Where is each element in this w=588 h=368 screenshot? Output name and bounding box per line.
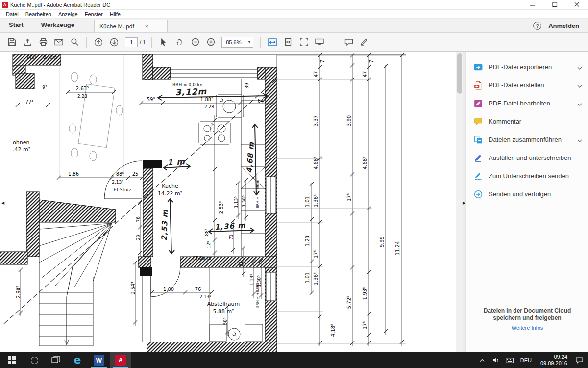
plan-text: 77³ — [25, 99, 34, 105]
select-tool-button[interactable] — [156, 35, 172, 50]
fill-sign-icon — [474, 154, 483, 162]
plan-text: 71 — [229, 234, 234, 239]
highlight-pen-button[interactable] — [357, 35, 372, 50]
plan-text: 1.13⁵ — [234, 196, 239, 208]
plan-text: 1.36⁵ — [313, 194, 318, 207]
next-page-button[interactable] — [106, 35, 122, 50]
title-bar: A Küche M..pdf - Adobe Acrobat Reader DC — [0, 0, 588, 10]
panel-item-send-for-signature[interactable]: Zum Unterschreiben senden — [466, 167, 588, 185]
task-view-button[interactable] — [45, 352, 67, 368]
zoom-out-button[interactable] — [187, 35, 203, 50]
tab-close-icon[interactable]: × — [145, 23, 148, 30]
menu-datei[interactable]: Datei — [3, 10, 22, 18]
plan-text: 23 — [136, 235, 141, 240]
fit-window-button[interactable] — [265, 35, 280, 50]
panel-item-send-track[interactable]: Senden und verfolgen — [466, 185, 588, 203]
plan-text: 59⁸ — [147, 97, 155, 102]
menu-fenster[interactable]: Fenster — [82, 10, 106, 18]
search-icon[interactable] — [67, 35, 82, 50]
cortana-search-button[interactable] — [24, 352, 45, 368]
chevron-down-icon[interactable] — [577, 99, 582, 108]
edge-taskbar-button[interactable]: e — [67, 352, 88, 368]
plan-text: 17⁵ — [362, 321, 368, 330]
plan-text: 9.99 — [379, 237, 385, 247]
email-button[interactable] — [51, 35, 67, 50]
zoom-dropdown-caret[interactable]: ▼ — [245, 37, 253, 47]
word-taskbar-button[interactable]: W — [88, 352, 110, 368]
hand-tool-button[interactable] — [172, 35, 187, 50]
zoom-in-button[interactable] — [203, 35, 219, 50]
fit-width-button[interactable] — [280, 35, 296, 50]
plan-text: 2.64⁴ — [130, 282, 136, 294]
menu-hilfe[interactable]: Hilfe — [107, 10, 123, 18]
plan-text: 1.38⁵ — [242, 195, 246, 207]
tools-panel: PDF-Datei exportieren PDF-Datei erstelle… — [466, 52, 588, 352]
plan-text: 1.01 — [305, 272, 310, 283]
reading-mode-button[interactable] — [312, 35, 327, 50]
panel-item-label: PDF-Datei erstellen — [489, 81, 577, 89]
scrollbar-thumb[interactable] — [457, 53, 462, 94]
weitere-infos-link[interactable]: Weitere Infos — [512, 325, 543, 331]
plan-text: 17⁵ — [346, 193, 352, 202]
start-button[interactable] — [0, 352, 24, 368]
panel-item-comment[interactable]: Kommentar — [466, 112, 588, 131]
touch-keyboard-icon[interactable] — [504, 352, 515, 368]
plan-text: 7 — [320, 60, 325, 63]
volume-icon[interactable] — [490, 352, 502, 368]
handwritten-annotation: 2,53 m — [160, 209, 170, 241]
upload-share-button[interactable] — [20, 35, 35, 50]
anmelden-link[interactable]: Anmelden — [548, 22, 579, 29]
handwritten-annotation: 3,12m — [175, 86, 207, 97]
edit-pdf-icon — [474, 99, 483, 108]
clock[interactable]: 09:24 09.09.2016 — [537, 354, 571, 367]
plan-text: 17⁵ — [313, 250, 318, 259]
maximize-button[interactable] — [544, 0, 566, 9]
task-view-icon — [51, 356, 60, 364]
tab-start[interactable]: Start — [0, 21, 32, 32]
panel-item-export-pdf[interactable]: PDF-Datei exportieren — [466, 58, 588, 76]
plan-text: 64⁵ — [258, 98, 266, 104]
plan-text: 47 — [313, 71, 318, 78]
panel-item-edit-pdf[interactable]: PDF-Datei bearbeiten — [466, 94, 588, 112]
panel-item-label: Senden und verfolgen — [489, 190, 582, 198]
fullscreen-button[interactable] — [296, 35, 312, 50]
language-indicator[interactable]: DEU — [517, 352, 535, 368]
combine-files-icon — [474, 135, 483, 144]
plan-text: 1.23 — [305, 236, 310, 246]
help-icon[interactable]: ? — [533, 22, 541, 30]
tab-document[interactable]: Küche M..pdf × — [94, 20, 168, 32]
chevron-down-icon[interactable] — [577, 81, 582, 90]
comment-icon — [474, 117, 483, 126]
comment-tool-button[interactable] — [341, 35, 357, 50]
panel-item-fill-sign[interactable]: Ausfüllen und unterschreiben — [466, 149, 588, 167]
left-pane-collapse-arrow[interactable]: ◀ — [0, 196, 6, 209]
plan-text: 1.88⁵ — [200, 97, 213, 102]
print-button[interactable] — [35, 35, 51, 50]
panel-item-create-pdf[interactable]: PDF-Datei erstellen — [466, 76, 588, 94]
close-button[interactable] — [566, 0, 588, 9]
save-button[interactable] — [4, 35, 20, 50]
menu-anzeige[interactable]: Anzeige — [55, 10, 81, 18]
plan-text: BRH = +0,895m — [256, 180, 260, 208]
edge-icon: e — [74, 355, 81, 366]
action-center-icon[interactable] — [573, 352, 585, 368]
page-number-input[interactable] — [125, 37, 138, 47]
tab-werkzeuge[interactable]: Werkzeuge — [32, 21, 83, 32]
minimize-button[interactable] — [522, 0, 544, 9]
plan-text: 1.00 — [163, 287, 174, 292]
chevron-down-icon[interactable] — [577, 135, 582, 144]
previous-page-button[interactable] — [91, 35, 106, 50]
handwritten-annotation: 1 m — [167, 157, 186, 167]
acrobat-taskbar-button[interactable]: A — [110, 352, 131, 368]
hidden-icons-chevron[interactable] — [476, 352, 488, 368]
plan-text: FT-Sturz — [193, 256, 211, 261]
panel-item-combine-files[interactable]: Dateien zusammenführen — [466, 131, 588, 149]
pdf-page[interactable]: BRH = 0,00m9³2.63⁵2.2877³BRH = 0,00m3,12… — [0, 52, 456, 352]
plan-text: 5.72⁵ — [346, 296, 352, 309]
plan-text: 76 — [136, 216, 141, 222]
chevron-down-icon[interactable] — [577, 63, 582, 72]
zoom-select[interactable]: 85,6% ▼ — [221, 37, 253, 48]
windows-logo-icon — [8, 356, 16, 364]
document-tab-label: Küche M..pdf — [99, 23, 134, 30]
menu-bearbeiten[interactable]: Bearbeiten — [23, 10, 54, 18]
